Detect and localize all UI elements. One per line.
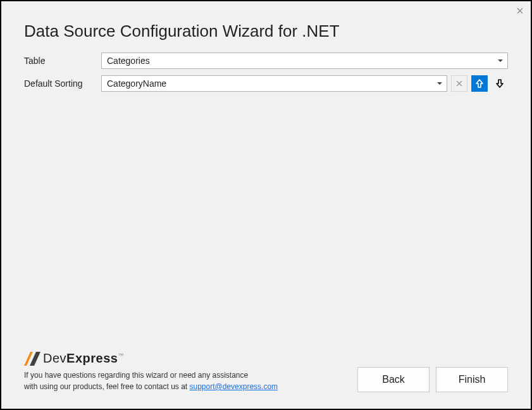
close-icon — [517, 8, 523, 14]
brand-logo: DevExpress™ — [24, 351, 345, 366]
table-combobox[interactable]: Categories — [101, 53, 508, 69]
footer-buttons: Back Finish — [357, 367, 508, 392]
sort-ascending-button[interactable] — [471, 75, 488, 92]
sorting-row: Default Sorting CategoryName — [24, 75, 508, 92]
table-label: Table — [24, 56, 101, 66]
page-title: Data Source Configuration Wizard for .NE… — [24, 22, 508, 41]
devexpress-logo-icon — [24, 352, 40, 366]
close-button[interactable] — [514, 5, 526, 16]
content-spacer — [24, 98, 508, 351]
table-combobox-value: Categories — [107, 56, 497, 66]
sort-descending-button[interactable] — [492, 75, 508, 92]
wizard-content: Data Source Configuration Wizard for .NE… — [1, 1, 531, 351]
footer-left: DevExpress™ If you have questions regard… — [24, 351, 345, 392]
table-row: Table Categories — [24, 53, 508, 69]
arrow-up-icon — [476, 79, 483, 88]
clear-sort-button[interactable] — [451, 75, 467, 92]
wizard-footer: DevExpress™ If you have questions regard… — [1, 351, 531, 409]
sorting-combobox-value: CategoryName — [107, 78, 436, 89]
help-text: If you have questions regarding this wiz… — [24, 370, 345, 392]
chevron-down-icon — [436, 82, 443, 85]
arrow-down-icon — [496, 79, 504, 88]
chevron-down-icon — [497, 59, 504, 63]
sorting-label: Default Sorting — [24, 78, 101, 89]
back-button[interactable]: Back — [357, 367, 430, 392]
sorting-controls: CategoryName — [101, 75, 508, 92]
x-icon — [456, 80, 462, 87]
wizard-window: Data Source Configuration Wizard for .NE… — [0, 0, 532, 410]
sorting-combobox[interactable]: CategoryName — [101, 75, 447, 92]
finish-button[interactable]: Finish — [436, 367, 508, 392]
help-line-1: If you have questions regarding this wiz… — [24, 371, 248, 380]
brand-text: DevExpress™ — [43, 351, 124, 366]
help-line-2-prefix: with using our products, feel free to co… — [24, 382, 189, 391]
support-link[interactable]: support@devexpress.com — [189, 382, 278, 391]
